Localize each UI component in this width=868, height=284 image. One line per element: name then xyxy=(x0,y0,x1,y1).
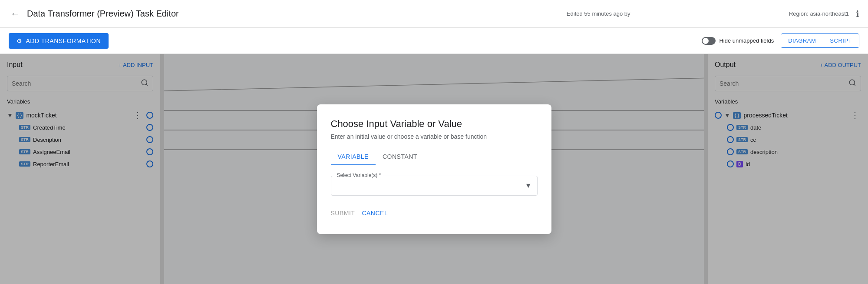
diagram-button[interactable]: DIAGRAM xyxy=(781,34,823,47)
gear-icon: ⚙ xyxy=(17,37,23,44)
info-button[interactable]: ℹ xyxy=(856,9,859,19)
cancel-button[interactable]: CANCEL xyxy=(362,206,388,220)
add-transformation-label: ADD TRANSFORMATION xyxy=(26,37,101,44)
tab-variable[interactable]: VARIABLE xyxy=(331,149,376,165)
add-transformation-button[interactable]: ⚙ ADD TRANSFORMATION xyxy=(9,33,109,49)
top-bar: ← Data Transformer (Preview) Task Editor… xyxy=(0,0,868,28)
modal-title: Choose Input Variable or Value xyxy=(331,118,538,130)
top-bar-right: Region: asia-northeast1 ℹ xyxy=(789,9,859,19)
select-variable-value xyxy=(337,181,525,190)
toolbar: ⚙ ADD TRANSFORMATION Hide unmapped field… xyxy=(0,28,868,54)
modal-subtitle: Enter an initial value or choose a varia… xyxy=(331,133,538,140)
dropdown-arrow-icon: ▼ xyxy=(525,182,532,190)
region-label: Region: asia-northeast1 xyxy=(789,10,849,17)
back-button[interactable]: ← xyxy=(9,7,22,21)
view-buttons: DIAGRAM SCRIPT xyxy=(781,33,859,48)
submit-button[interactable]: SUBMIT xyxy=(331,206,355,220)
page-title: Data Transformer (Preview) Task Editor xyxy=(27,9,408,19)
modal-dialog: Choose Input Variable or Value Enter an … xyxy=(317,104,551,234)
select-variable-label: Select Variable(s) * xyxy=(335,172,383,178)
main-content: Input + ADD INPUT Variables ▼ { } mockTi… xyxy=(0,54,868,284)
modal-actions: SUBMIT CANCEL xyxy=(331,206,538,220)
select-variable-wrapper[interactable]: ▼ xyxy=(331,176,538,196)
script-button[interactable]: SCRIPT xyxy=(823,34,859,47)
toggle-knob xyxy=(703,38,709,44)
select-variable-field: Select Variable(s) * ▼ xyxy=(331,176,538,196)
hide-unmapped-toggle: Hide unmapped fields xyxy=(702,37,774,45)
hide-unmapped-label: Hide unmapped fields xyxy=(719,37,774,44)
modal-overlay: Choose Input Variable or Value Enter an … xyxy=(0,54,868,284)
tab-constant[interactable]: CONSTANT xyxy=(376,149,424,165)
toggle-switch[interactable] xyxy=(702,37,716,45)
modal-tabs: VARIABLE CONSTANT xyxy=(331,149,538,165)
edited-info: Edited 55 minutes ago by xyxy=(408,10,789,17)
